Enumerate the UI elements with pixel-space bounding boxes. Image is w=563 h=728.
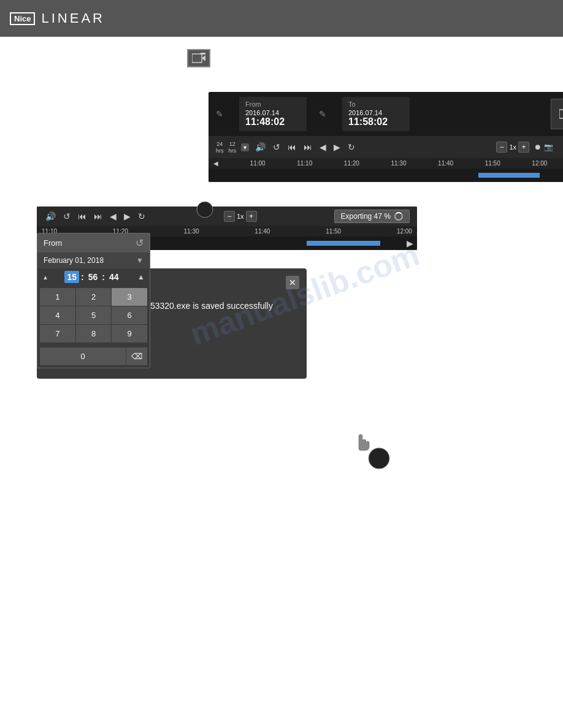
numpad-7[interactable]: 7	[40, 325, 75, 343]
circle-top-svg	[196, 201, 213, 218]
time-up-arrow-icon: ▲	[42, 274, 48, 281]
volume-icon[interactable]: 🔊	[254, 141, 267, 153]
time-sep-2: :	[101, 272, 105, 282]
video-player-container: ✎ From 2016.07.14 11:48:02 ✎ To 2016.07.…	[104, 92, 484, 182]
annotation-circle-top	[196, 201, 213, 221]
export-speed-decrease[interactable]: −	[224, 211, 235, 222]
time-row: ▲ 15 : 56 : 44 ▲	[37, 268, 150, 286]
numpad-0[interactable]: 0	[40, 347, 126, 365]
time-hours[interactable]: 15	[64, 271, 79, 283]
export-play-back-icon[interactable]: ◀	[109, 210, 118, 222]
annotation-circle-bottom	[368, 447, 390, 472]
export-play-icon[interactable]: ▶	[123, 210, 132, 222]
hrs-active-box[interactable]: ▾	[241, 143, 249, 151]
export-speed-control: − 1x +	[224, 211, 257, 222]
time-mark-1120: 11:20	[344, 160, 359, 167]
hand-pointer-svg	[353, 427, 371, 452]
play-icon[interactable]: ▶	[332, 141, 342, 153]
export-time-1200: 12:00	[397, 228, 412, 235]
numpad-8[interactable]: 8	[76, 325, 112, 343]
next-frame-icon[interactable]: ⏭	[302, 141, 313, 153]
video-player: ✎ From 2016.07.14 11:48:02 ✎ To 2016.07.…	[209, 92, 563, 182]
timeline-selected-range	[478, 173, 540, 178]
ruler-nav-left[interactable]: ◀	[213, 160, 218, 167]
snapshot-icon[interactable]: 📷	[544, 143, 553, 151]
export-speed-label: 1x	[237, 213, 244, 220]
time-mark-1150: 11:50	[485, 160, 500, 167]
time-minutes[interactable]: 56	[86, 271, 101, 283]
export-speed-increase[interactable]: +	[246, 211, 257, 222]
numpad-1[interactable]: 1	[40, 288, 75, 306]
export-skip-back-icon[interactable]: ↺	[62, 210, 72, 222]
play-back-icon[interactable]: ◀	[318, 141, 327, 153]
export-button[interactable]	[187, 49, 210, 67]
numpad: 1 2 3 4 5 6 7 8 9	[37, 286, 150, 345]
time-sep-1: :	[80, 272, 85, 282]
timeline-ruler: ◀ 11:00 11:10 11:20 11:30 11:40 11:50 12…	[209, 158, 563, 169]
export-icon-svg	[559, 108, 563, 119]
timeline-controls: 24 hrs 12 hrs ▾ 🔊 ↺ ⏮ ⏭ ◀ ▶ ↻ − 1x +	[209, 136, 563, 158]
prev-frame-icon[interactable]: ⏮	[286, 141, 297, 153]
from-edit-icon[interactable]: ✎	[216, 109, 223, 119]
time-mark-1100: 11:00	[250, 160, 266, 167]
export-prev-icon[interactable]: ⏮	[77, 210, 88, 222]
time-seconds[interactable]: 44	[107, 271, 121, 283]
export-volume-icon[interactable]: 🔊	[44, 210, 57, 222]
to-datetime-block: To 2016.07.14 11:58:02	[342, 97, 410, 131]
numpad-2[interactable]: 2	[76, 288, 112, 306]
time-display: 15 : 56 : 44	[64, 271, 121, 283]
numpad-6[interactable]: 6	[112, 306, 147, 324]
speed-increase[interactable]: +	[518, 142, 529, 153]
from-panel: From ↺ February 01, 2018 ▼ ▲ 15 : 56 : 4…	[37, 233, 150, 368]
export-nav-right[interactable]: ▶	[403, 238, 417, 248]
player-export-icon[interactable]	[551, 99, 563, 129]
timeline-bar-area[interactable]	[209, 169, 563, 182]
numpad-3[interactable]: 3	[112, 288, 147, 306]
speed-label: 1x	[509, 143, 516, 151]
from-label: From	[44, 238, 62, 248]
export-controls-row: 🔊 ↺ ⏮ ⏭ ◀ ▶ ↻ − 1x + Exporting 47 %	[37, 207, 417, 226]
svg-rect-3	[559, 110, 563, 118]
date-row[interactable]: February 01, 2018 ▼	[37, 252, 150, 268]
export-time-1140: 11:40	[255, 228, 270, 235]
circle-bottom-svg	[368, 447, 390, 469]
to-dt-label: To	[348, 100, 404, 108]
chevron-up-icon[interactable]: ▲	[137, 273, 145, 281]
svg-rect-2	[201, 53, 205, 55]
header: Nice LINEAR	[0, 0, 563, 37]
numpad-5[interactable]: 5	[76, 306, 112, 324]
record-control: ⏺ 📷	[534, 143, 553, 151]
from-dt-date: 2016.07.14	[245, 109, 301, 116]
to-dt-date: 2016.07.14	[348, 109, 404, 116]
skip-back-icon[interactable]: ↺	[272, 141, 282, 153]
svg-rect-0	[192, 54, 202, 63]
loop-icon[interactable]: ↻	[347, 141, 356, 153]
speed-decrease[interactable]: −	[496, 142, 507, 153]
hrs-24-indicator: 24 hrs	[216, 141, 224, 154]
export-time-1130: 11:30	[184, 228, 199, 235]
svg-point-11	[369, 448, 389, 469]
nice-brand: Nice	[10, 12, 35, 25]
time-mark-1140: 11:40	[438, 160, 453, 167]
export-video-icon	[192, 53, 205, 64]
export-spinner	[394, 212, 403, 221]
numpad-4[interactable]: 4	[40, 306, 75, 324]
numpad-delete[interactable]: ⌫	[126, 347, 147, 365]
hrs-12-indicator: 12 hrs	[229, 141, 237, 154]
svg-point-9	[197, 202, 213, 218]
from-panel-header: From ↺	[37, 233, 150, 252]
from-dt-label: From	[245, 100, 301, 108]
export-selected-bar	[307, 241, 380, 246]
refresh-icon[interactable]: ↺	[136, 237, 144, 249]
dialog-close-button[interactable]: ✕	[286, 276, 299, 289]
numpad-9[interactable]: 9	[112, 325, 147, 343]
chevron-down-icon: ▼	[136, 256, 144, 265]
export-next-icon[interactable]: ⏭	[93, 210, 104, 222]
svg-marker-1	[202, 55, 205, 61]
time-mark-1110: 11:10	[297, 160, 312, 167]
time-mark-1130: 11:30	[391, 160, 406, 167]
date-text: February 01, 2018	[44, 256, 104, 265]
export-loop-icon[interactable]: ↻	[137, 210, 147, 222]
to-edit-icon[interactable]: ✎	[319, 109, 326, 119]
record-icon[interactable]: ⏺	[534, 143, 542, 151]
